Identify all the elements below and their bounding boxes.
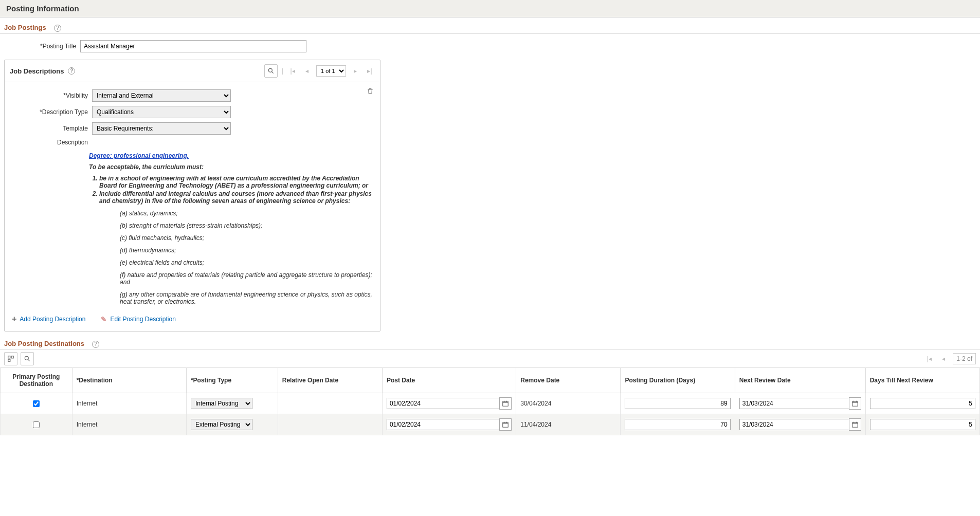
job-descriptions-panel: Job Descriptions ? | |◂ ◂ 1 of 1 ▸ ▸| [4,60,380,331]
duration-input[interactable] [625,398,730,409]
desc-sub-e: (e) electrical fields and circuits; [120,259,373,266]
posting-type-select[interactable]: Internal Posting [191,398,252,409]
col-posting-type[interactable]: *Posting Type [186,368,278,393]
col-remove-date[interactable]: Remove Date [516,368,621,393]
help-icon[interactable]: ? [54,25,61,32]
first-page-button[interactable]: |◂ [287,64,298,78]
destinations-title: Job Posting Destinations [0,338,88,349]
grid-prev-button[interactable]: ◂ [938,352,949,365]
trash-icon [367,87,374,95]
grid-first-button[interactable]: |◂ [924,352,934,365]
desc-sub-b: (b) strenght of materials (stress-strain… [120,222,373,229]
desc-item-1: be in a school of engineering with at le… [99,175,373,189]
grid-settings-button[interactable] [4,352,17,365]
help-icon[interactable]: ? [68,67,75,75]
desc-sub-g: (g) any other comparable are of fundamen… [120,291,373,305]
svg-line-6 [28,360,30,361]
search-icon [24,355,31,362]
calendar-icon [502,421,509,428]
desc-intro: To be acceptable, the curriculum must: [89,163,373,171]
table-row: InternetExternal Posting11/04/2024 [1,414,980,435]
desc-type-label: Description Type [16,108,88,116]
destination-cell: Internet [77,421,98,428]
search-icon [267,67,275,75]
visibility-label: Visibility [16,92,88,99]
description-label: Description [16,139,88,146]
search-button[interactable] [264,64,278,78]
destinations-table: Primary Posting Destination *Destination… [0,367,980,435]
edit-posting-desc-link[interactable]: ✎ Edit Posting Description [101,315,175,323]
svg-rect-19 [852,422,858,427]
svg-rect-3 [11,356,13,358]
add-posting-desc-label: Add Posting Description [20,316,85,323]
post-date-cal-button[interactable] [499,418,512,431]
calendar-icon [502,400,509,407]
pencil-icon: ✎ [101,315,107,323]
post-date-input[interactable] [387,419,499,430]
plus-icon: + [12,315,16,324]
svg-point-5 [25,356,28,360]
last-page-button[interactable]: ▸| [365,64,375,78]
delete-button[interactable] [367,87,374,96]
svg-point-0 [268,68,272,72]
panel-title: Job Descriptions [10,67,64,75]
grid-icon [7,355,14,362]
post-date-input[interactable] [387,398,499,409]
col-destination[interactable]: *Destination [72,368,186,393]
svg-rect-11 [852,401,858,406]
degree-link[interactable]: Degree: professional engineering. [89,152,189,159]
days-till-input[interactable] [870,398,975,409]
visibility-select[interactable]: Internal and External [92,89,231,102]
svg-rect-7 [503,401,509,406]
edit-posting-desc-label: Edit Posting Description [110,316,175,323]
add-posting-desc-link[interactable]: + Add Posting Description [12,315,85,324]
description-content: Degree: professional engineering. To be … [89,152,373,305]
calendar-icon [851,400,859,407]
prev-page-button[interactable]: ◂ [302,64,312,78]
col-primary[interactable]: Primary Posting Destination [1,368,72,393]
page-title: Posting Information [6,4,974,13]
destination-cell: Internet [77,400,98,407]
search-grid-button[interactable] [21,352,34,365]
col-post-date[interactable]: Post Date [382,368,516,393]
col-duration[interactable]: Posting Duration (Days) [621,368,735,393]
pager-select[interactable]: 1 of 1 [316,65,346,77]
panel-header: Job Descriptions ? | |◂ ◂ 1 of 1 ▸ ▸| [5,60,380,82]
desc-sub-d: (d) thermodynamics; [120,247,373,254]
next-review-cal-button[interactable] [849,418,861,431]
panel-body: Visibility Internal and External Descrip… [5,82,380,331]
duration-input[interactable] [625,419,730,430]
desc-sub-a: (a) statics, dynamics; [120,210,373,217]
svg-rect-4 [8,359,10,361]
posting-type-select[interactable]: External Posting [191,419,252,430]
svg-rect-2 [8,356,10,358]
remove-date-cell: 11/04/2024 [520,421,551,428]
post-date-cal-button[interactable] [499,397,512,410]
svg-line-1 [272,72,274,73]
next-review-input[interactable] [739,419,849,430]
primary-checkbox[interactable] [33,421,40,428]
divider [0,33,980,34]
svg-rect-15 [503,422,509,427]
col-next-review[interactable]: Next Review Date [735,368,865,393]
next-page-button[interactable]: ▸ [350,64,360,78]
grid-page-counter: 1-2 of [953,353,976,364]
template-label: Template [16,125,88,132]
next-review-cal-button[interactable] [849,397,861,410]
posting-title-input[interactable] [80,40,306,52]
days-till-input[interactable] [870,419,975,430]
desc-item-2: include differential and integral calcul… [99,190,373,205]
posting-title-label: Posting Title [4,43,76,50]
help-icon[interactable]: ? [92,341,99,348]
template-select[interactable]: Basic Requirements: [92,122,231,135]
next-review-input[interactable] [739,398,849,409]
job-postings-section: Job Postings ? Posting Title Job Descrip… [0,22,980,331]
primary-checkbox[interactable] [33,400,40,407]
desc-type-select[interactable]: Qualifications [92,106,231,118]
col-rel-open[interactable]: Relative Open Date [278,368,382,393]
calendar-icon [851,421,859,428]
col-days-till[interactable]: Days Till Next Review [865,368,979,393]
desc-sub-f: (f) nature and properties of materials (… [120,271,373,286]
remove-date-cell: 30/04/2024 [520,400,551,407]
page-header: Posting Information [0,0,980,17]
